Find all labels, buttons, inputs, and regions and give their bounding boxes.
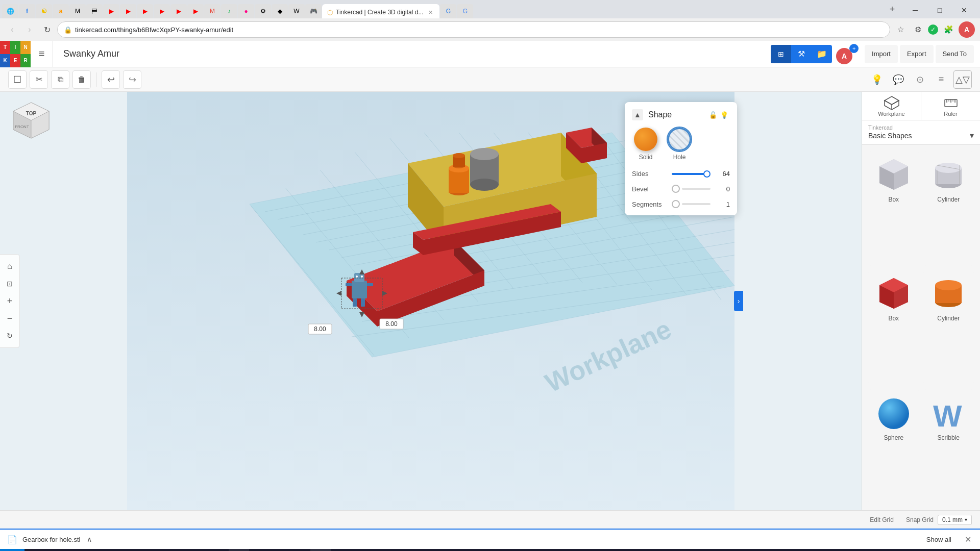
bevel-slider[interactable] bbox=[682, 188, 710, 190]
category-dropdown-btn[interactable]: ▾ bbox=[970, 131, 974, 140]
solid-shape-btn[interactable]: Solid bbox=[634, 128, 657, 161]
shape-item-scribble-blue[interactable]: W Scribble bbox=[923, 389, 974, 504]
grid-view-btn[interactable]: ⊞ bbox=[771, 45, 791, 63]
export-btn[interactable]: Export bbox=[900, 45, 934, 63]
taskbar-icon-edge[interactable]: e bbox=[188, 549, 208, 551]
tinkercad-logo[interactable]: T I N K E R bbox=[0, 41, 31, 67]
delete-tool-btn[interactable]: 🗑 bbox=[72, 70, 91, 89]
build-view-btn[interactable]: ⚒ bbox=[791, 45, 812, 63]
zoom-out-btn[interactable]: − bbox=[2, 311, 17, 326]
tab-item-8[interactable]: ▶ bbox=[120, 4, 136, 18]
taskbar-icon-brave[interactable]: 🦁 bbox=[270, 549, 290, 551]
user-profile-group[interactable]: + A bbox=[836, 44, 859, 64]
back-btn[interactable]: ‹ bbox=[5, 22, 19, 37]
snap-grid-value[interactable]: 0.1 mm ▾ bbox=[938, 515, 972, 525]
shape-item-box-grey[interactable]: Box bbox=[868, 151, 919, 266]
panel-expand-arrow[interactable]: › bbox=[734, 291, 743, 311]
task-view-btn[interactable]: ⧉ bbox=[166, 549, 187, 551]
view-cube[interactable]: TOP FRONT bbox=[8, 100, 54, 151]
tab-item-11[interactable]: ▶ bbox=[170, 4, 187, 18]
tab-item-10[interactable]: ▶ bbox=[154, 4, 170, 18]
taskbar-icon-filezilla[interactable]: F bbox=[331, 549, 351, 551]
rotate-nav-btn[interactable]: ↻ bbox=[2, 328, 17, 343]
shape-item-sphere-blue[interactable]: Sphere bbox=[868, 389, 919, 504]
download-chevron-btn[interactable]: ∧ bbox=[84, 534, 94, 544]
reload-btn[interactable]: ↻ bbox=[40, 22, 54, 37]
forward-btn[interactable]: › bbox=[22, 22, 37, 37]
tab-item-21[interactable]: G bbox=[440, 4, 456, 18]
bulb-panel-btn[interactable]: 💡 bbox=[719, 109, 730, 120]
cut-tool-btn[interactable]: ✂ bbox=[30, 70, 48, 89]
maximize-btn[interactable]: □ bbox=[928, 2, 951, 18]
taskbar-icon-explorer[interactable]: 📁 bbox=[208, 549, 229, 551]
redo-btn[interactable]: ↪ bbox=[123, 70, 141, 89]
tab-item-16[interactable]: ⚙ bbox=[255, 4, 271, 18]
hamburger-btn[interactable]: ≡ bbox=[31, 41, 53, 67]
taskbar-icon-mail[interactable]: ✉ bbox=[290, 549, 310, 551]
tab-item-5[interactable]: M bbox=[69, 4, 86, 18]
taskbar-icon-chrome[interactable] bbox=[310, 549, 331, 551]
import-btn[interactable]: Import bbox=[865, 45, 898, 63]
sides-slider[interactable] bbox=[672, 173, 710, 175]
viewport[interactable]: Workplane bbox=[0, 92, 862, 510]
tab-item-12[interactable]: ▶ bbox=[187, 4, 204, 18]
extensions-btn[interactable]: ⚙ bbox=[911, 22, 925, 37]
tab-item-14[interactable]: ♪ bbox=[221, 4, 237, 18]
tab-item-6[interactable]: ⛿ bbox=[86, 4, 103, 18]
bevel-radio[interactable] bbox=[672, 185, 680, 193]
tab-item-active[interactable]: ⬡ Tinkercad | Create 3D digital d... ✕ bbox=[322, 4, 439, 18]
url-bar[interactable]: 🔒 tinkercad.com/things/b6BfwcXqxPY-swank… bbox=[57, 21, 890, 38]
home-nav-btn[interactable]: ⌂ bbox=[2, 259, 17, 274]
workplane-btn[interactable]: Workplane bbox=[862, 92, 921, 120]
active-tab-close[interactable]: ✕ bbox=[426, 8, 434, 16]
show-all-btn[interactable]: Show all bbox=[920, 536, 958, 543]
tab-item-18[interactable]: W bbox=[288, 4, 305, 18]
send-to-btn[interactable]: Send To bbox=[936, 45, 974, 63]
hole-shape-btn[interactable]: Hole bbox=[668, 128, 691, 161]
zoom-in-btn[interactable]: + bbox=[2, 293, 17, 309]
lock-panel-btn[interactable]: 🔓 bbox=[707, 109, 719, 120]
start-btn[interactable] bbox=[0, 549, 24, 551]
close-btn[interactable]: ✕ bbox=[952, 2, 976, 18]
shape-item-box-red[interactable]: Box bbox=[868, 270, 919, 385]
user-profile-btn[interactable]: A bbox=[959, 21, 975, 38]
fit-nav-btn[interactable]: ⊡ bbox=[2, 276, 17, 291]
tab-item-7[interactable]: ▶ bbox=[103, 4, 119, 18]
portfolio-btn[interactable]: 📁 bbox=[812, 45, 832, 63]
segments-radio[interactable] bbox=[672, 200, 680, 208]
bookmark-btn[interactable]: ☆ bbox=[893, 22, 908, 37]
shape-panel-collapse-btn[interactable]: ▲ bbox=[632, 109, 643, 120]
copy-tool-btn[interactable]: ⧉ bbox=[51, 70, 69, 89]
tab-item-9[interactable]: ▶ bbox=[137, 4, 153, 18]
extensions-puzzle[interactable]: 🧩 bbox=[941, 22, 955, 37]
shape-tool-btn[interactable]: ⊙ bbox=[911, 70, 929, 89]
tab-item-1[interactable]: 🌐 bbox=[2, 4, 18, 18]
taskbar-icon-arduino[interactable]: ∞ bbox=[351, 549, 372, 551]
tab-item-19[interactable]: 🎮 bbox=[305, 4, 322, 18]
shape-item-cylinder-grey[interactable]: Cylinder bbox=[923, 151, 974, 266]
download-close-btn[interactable]: ✕ bbox=[962, 533, 974, 545]
new-tab-button[interactable]: + bbox=[885, 2, 899, 16]
sides-slider-thumb[interactable] bbox=[703, 170, 710, 178]
undo-btn[interactable]: ↩ bbox=[102, 70, 120, 89]
taskbar-icon-store[interactable]: 🛍 bbox=[249, 549, 270, 551]
comment-tool-btn[interactable]: 💬 bbox=[889, 70, 908, 89]
tab-item-15[interactable]: ● bbox=[238, 4, 254, 18]
notification-btn[interactable]: 🔔 bbox=[964, 549, 980, 551]
bulb-tool-btn[interactable]: 💡 bbox=[868, 70, 886, 89]
ruler-btn[interactable]: Ruler bbox=[921, 92, 980, 120]
taskbar-icon-steam[interactable]: ☁ bbox=[229, 549, 249, 551]
tab-item-3[interactable]: ☯ bbox=[36, 4, 52, 18]
shape-item-cylinder-orange[interactable]: Cylinder bbox=[923, 270, 974, 385]
tab-item-4[interactable]: a bbox=[53, 4, 69, 18]
tab-item-17[interactable]: ◆ bbox=[272, 4, 288, 18]
select-tool-btn[interactable]: ☐ bbox=[8, 70, 27, 89]
view3d-tool-btn[interactable]: △▽ bbox=[953, 70, 972, 89]
edit-grid-btn[interactable]: Edit Grid bbox=[870, 516, 894, 523]
segments-slider[interactable] bbox=[682, 203, 710, 205]
profile-check[interactable]: ✓ bbox=[928, 24, 938, 35]
tab-item-22[interactable]: G bbox=[457, 4, 473, 18]
minimize-btn[interactable]: ─ bbox=[903, 2, 927, 18]
tab-item-13[interactable]: M bbox=[204, 4, 220, 18]
tab-item-2[interactable]: f bbox=[19, 4, 35, 18]
